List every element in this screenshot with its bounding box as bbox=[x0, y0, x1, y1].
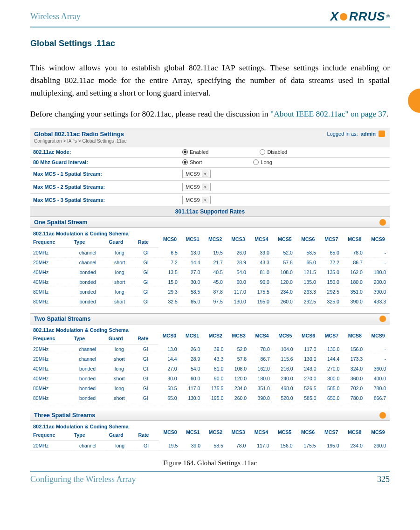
row-dimension-cell: 20MHz bbox=[30, 248, 71, 258]
rate-value-cell: 324.0 bbox=[343, 364, 366, 374]
rate-value-cell: 195.0 bbox=[250, 297, 273, 307]
mcs-column-header: MCS4 bbox=[250, 228, 273, 248]
rate-value-cell: 150.0 bbox=[320, 277, 343, 287]
about-11ac-link[interactable]: "About IEEE 802.11ac" on page 37 bbox=[270, 109, 386, 118]
row-dimension-cell: bonded bbox=[71, 393, 105, 403]
chevron-down-icon[interactable]: ▾ bbox=[202, 184, 208, 190]
setting-label: 802.11ac Mode: bbox=[33, 149, 182, 155]
row-column-header: Guard bbox=[106, 333, 135, 344]
radio-selected-icon[interactable] bbox=[182, 149, 188, 155]
rate-value-cell: 27.0 bbox=[158, 364, 180, 374]
rate-value-cell: 43.3 bbox=[250, 258, 273, 268]
rate-value-cell: 21.7 bbox=[204, 258, 227, 268]
rate-value-cell: 234.0 bbox=[227, 384, 250, 393]
rate-value-cell: 117.0 bbox=[297, 344, 320, 354]
mcs-column-header: MCS6 bbox=[296, 228, 320, 248]
row-dimension-cell: GI bbox=[135, 297, 158, 307]
collapse-toggle-icon[interactable] bbox=[379, 219, 386, 226]
row-column-header: Frequenc bbox=[30, 236, 71, 248]
mcs-column-header: MCS4 bbox=[249, 421, 273, 441]
rate-value-cell: 117.0 bbox=[227, 287, 250, 297]
radio-option[interactable]: Short bbox=[182, 159, 202, 165]
row-dimension-cell: long bbox=[106, 268, 135, 277]
radio-option[interactable]: Disabled bbox=[260, 149, 287, 155]
select-value: MCS9 bbox=[186, 184, 200, 190]
radio-option-label: Disabled bbox=[267, 149, 287, 155]
rate-value-cell: 300.0 bbox=[320, 374, 344, 384]
page-tab-marker bbox=[408, 89, 420, 113]
footer-chapter: Configuring the Wireless Array bbox=[30, 475, 136, 484]
chevron-down-icon[interactable]: ▾ bbox=[202, 171, 208, 177]
row-column-header: Type bbox=[71, 236, 106, 248]
mcs-column-header: MCS6 bbox=[297, 324, 320, 344]
rate-value-cell: 72.2 bbox=[320, 258, 343, 268]
radio-option[interactable]: Enabled bbox=[182, 149, 208, 155]
rate-value-cell: 180.0 bbox=[250, 374, 274, 384]
row-dimension-cell: short bbox=[106, 277, 135, 287]
row-dimension-cell: 80MHz bbox=[30, 297, 71, 307]
collapse-toggle-icon[interactable] bbox=[379, 316, 386, 322]
row-dimension-cell: short bbox=[106, 258, 135, 268]
rate-value-cell: 270.0 bbox=[320, 364, 344, 374]
chevron-down-icon[interactable]: ▾ bbox=[202, 197, 208, 203]
rate-value-cell: 162.0 bbox=[250, 364, 274, 374]
rate-value-cell: 180.0 bbox=[343, 277, 366, 287]
rate-value-cell: 39.0 bbox=[204, 344, 227, 354]
row-dimension-cell: bonded bbox=[71, 384, 105, 393]
row-dimension-cell: GI bbox=[135, 374, 158, 384]
rate-value-cell: 433.3 bbox=[366, 297, 390, 307]
rate-value-cell: 19.5 bbox=[159, 441, 182, 451]
mcs-column-header: MCS3 bbox=[227, 324, 250, 344]
rate-value-cell: 130.0 bbox=[320, 344, 344, 354]
radio-empty-icon[interactable] bbox=[253, 159, 259, 165]
rate-value-cell: 135.0 bbox=[320, 268, 343, 277]
schema-title: 802.11ac Modulation & Coding Schema bbox=[30, 421, 159, 429]
setting-row: 80 Mhz Guard Interval:ShortLong bbox=[30, 158, 390, 168]
table-row: 40MHzbondedshortGI15.030.045.060.090.012… bbox=[30, 277, 390, 287]
page-footer: Configuring the Wireless Array 325 bbox=[30, 472, 390, 484]
rate-value-cell: 390.0 bbox=[250, 393, 274, 403]
rate-value-cell: 780.0 bbox=[366, 384, 390, 393]
logo-dot-icon bbox=[340, 13, 347, 21]
rate-value-cell: 650.0 bbox=[320, 393, 344, 403]
radio-empty-icon[interactable] bbox=[260, 149, 265, 155]
row-dimension-cell: 80MHz bbox=[30, 393, 71, 403]
row-dimension-cell: bonded bbox=[71, 277, 106, 287]
mcs-column-header: MCS0 bbox=[159, 421, 182, 441]
rate-value-cell: 90.0 bbox=[204, 374, 227, 384]
setting-row: Max MCS - 2 Spatial Streams:MCS9▾ bbox=[30, 181, 390, 194]
rate-value-cell: 90.0 bbox=[250, 277, 273, 287]
row-dimension-cell: channel bbox=[71, 344, 105, 354]
table-row: 40MHzbondedshortGI30.060.090.0120.0180.0… bbox=[30, 374, 390, 384]
radio-option-label: Enabled bbox=[190, 149, 208, 155]
rate-value-cell: 60.0 bbox=[227, 277, 250, 287]
rate-value-cell: 130.0 bbox=[227, 297, 250, 307]
rate-value-cell: 240.0 bbox=[274, 374, 297, 384]
row-dimension-cell: bonded bbox=[71, 297, 106, 307]
logged-in-label: Logged in as: bbox=[327, 131, 358, 137]
rate-value-cell: 30.0 bbox=[181, 277, 204, 287]
mcs-column-header: MCS9 bbox=[366, 324, 390, 344]
rate-value-cell: 526.5 bbox=[297, 384, 320, 393]
radio-option[interactable]: Long bbox=[253, 159, 272, 165]
radio-option-label: Short bbox=[190, 159, 202, 165]
radio-selected-icon[interactable] bbox=[182, 159, 188, 165]
rate-value-cell: 162.0 bbox=[343, 268, 366, 277]
collapse-toggle-icon[interactable] bbox=[379, 412, 386, 419]
row-dimension-cell: bonded bbox=[71, 364, 105, 374]
schema-title: 802.11ac Modulation & Coding Schema bbox=[30, 228, 158, 236]
rate-value-cell: 866.7 bbox=[366, 393, 390, 403]
rate-value-cell: 117.0 bbox=[249, 441, 273, 451]
logout-icon[interactable] bbox=[379, 131, 385, 137]
mcs-column-header: MCS0 bbox=[158, 228, 181, 248]
rate-value-cell: 54.0 bbox=[181, 364, 204, 374]
schema-title: 802.11ac Modulation & Coding Schema bbox=[30, 324, 158, 333]
rate-value-cell: 60.0 bbox=[181, 374, 204, 384]
rate-value-cell: 58.5 bbox=[296, 248, 320, 258]
rate-value-cell: 78.0 bbox=[227, 441, 250, 451]
mcs-select[interactable]: MCS9▾ bbox=[182, 170, 211, 178]
mcs-select[interactable]: MCS9▾ bbox=[182, 196, 211, 204]
rate-value-cell: 6.5 bbox=[158, 248, 181, 258]
rate-value-cell: 135.0 bbox=[296, 277, 320, 287]
mcs-select[interactable]: MCS9▾ bbox=[182, 183, 211, 191]
